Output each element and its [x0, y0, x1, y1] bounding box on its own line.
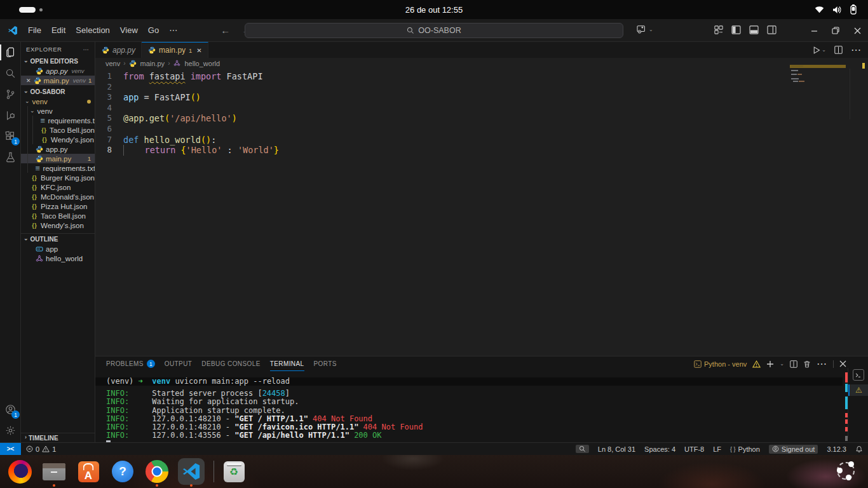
- outline-header[interactable]: ⌄ OUTLINE: [21, 234, 95, 244]
- explorer-more-icon[interactable]: ⋯: [83, 46, 90, 53]
- code-line-4[interactable]: 4: [95, 103, 868, 114]
- menu-selection[interactable]: Selection: [71, 24, 114, 37]
- tree-item-app.py[interactable]: app.py: [21, 144, 95, 154]
- toggle-secondary-sidebar-icon[interactable]: [767, 25, 776, 34]
- indentation-status[interactable]: Spaces: 4: [644, 445, 675, 453]
- settings-gear-icon[interactable]: [0, 420, 21, 441]
- python-version[interactable]: 3.12.3: [827, 445, 846, 453]
- code-line-3[interactable]: 3app = FastAPI(): [95, 92, 868, 103]
- breadcrumb-hello-world[interactable]: hello_world: [184, 60, 220, 67]
- workspace-root-header[interactable]: ⌄ OO-SABOR: [21, 86, 95, 97]
- panel-tab-output[interactable]: OUTPUT: [165, 356, 193, 371]
- show-apps-button[interactable]: [835, 460, 857, 482]
- menu-file[interactable]: File: [23, 24, 46, 37]
- minimize-button[interactable]: [803, 19, 825, 42]
- workspace-pill[interactable]: [19, 7, 36, 13]
- terminal-warning-icon[interactable]: [752, 360, 761, 368]
- toggle-primary-sidebar-icon[interactable]: [731, 25, 741, 34]
- breadcrumb-venv[interactable]: venv: [105, 60, 120, 67]
- eol-status[interactable]: LF: [713, 445, 721, 453]
- wifi-icon[interactable]: [815, 6, 824, 13]
- help-launcher[interactable]: ?: [108, 457, 137, 486]
- timeline-header[interactable]: › TIMELINE: [21, 433, 95, 442]
- problems-status[interactable]: 0 1: [26, 445, 56, 453]
- split-editor-icon[interactable]: [834, 46, 843, 54]
- tree-item-Wendy's.json[interactable]: { }Wendy's.json: [21, 220, 95, 230]
- restore-button[interactable]: [825, 19, 846, 42]
- open-editor-main.py[interactable]: ✕main.pyvenv1: [21, 76, 95, 85]
- nav-back-icon[interactable]: ←: [220, 25, 230, 36]
- language-mode[interactable]: { } Python: [730, 445, 760, 453]
- account-activity-icon[interactable]: 1: [0, 399, 21, 420]
- customize-layout-icon[interactable]: [714, 25, 723, 34]
- notifications-bell-icon[interactable]: [855, 445, 863, 453]
- outline-item-app[interactable]: app: [21, 244, 95, 254]
- remote-indicator[interactable]: ><: [0, 443, 21, 456]
- screencast-dropdown-icon[interactable]: ⌄: [637, 25, 653, 34]
- panel-more-icon[interactable]: ⋯: [817, 358, 827, 370]
- search-activity-icon[interactable]: [0, 63, 21, 84]
- panel-tab-ports[interactable]: PORTS: [314, 356, 337, 371]
- command-center-search[interactable]: OO-SABOR: [245, 23, 623, 38]
- panel-tab-terminal[interactable]: TERMINAL: [270, 356, 304, 371]
- outline-item-hello_world[interactable]: hello_world: [21, 254, 95, 263]
- source-control-activity-icon[interactable]: [0, 84, 21, 105]
- terminal-profile-label[interactable]: Python - venv: [694, 360, 747, 368]
- code-line-6[interactable]: 6: [95, 124, 868, 135]
- explorer-activity-icon[interactable]: [0, 42, 21, 63]
- testing-activity-icon[interactable]: [0, 147, 21, 168]
- battery-icon[interactable]: [850, 4, 857, 15]
- tab-close-icon[interactable]: ✕: [196, 47, 201, 54]
- search-status-icon[interactable]: [576, 445, 589, 453]
- files-launcher[interactable]: [39, 457, 69, 486]
- cursor-position[interactable]: Ln 8, Col 31: [598, 445, 635, 453]
- tree-item-venv[interactable]: ⌄venv: [21, 106, 95, 116]
- menu-more[interactable]: ⋯: [164, 24, 182, 37]
- firefox-launcher[interactable]: [5, 457, 34, 486]
- open-editor-app.py[interactable]: app.pyvenv: [21, 66, 95, 76]
- close-button[interactable]: [846, 19, 868, 42]
- toggle-panel-icon[interactable]: [749, 25, 759, 34]
- tree-item-requirements.txt[interactable]: ≣requirements.txt: [21, 163, 95, 173]
- new-terminal-icon[interactable]: [766, 360, 774, 368]
- run-python-file-icon[interactable]: ⌄: [813, 46, 826, 54]
- tab-app-py[interactable]: app.py: [95, 42, 142, 58]
- run-debug-activity-icon[interactable]: [0, 105, 21, 126]
- code-line-5[interactable]: 5@app.get('/api/hello'): [95, 113, 868, 124]
- terminal-tab-icon[interactable]: [853, 369, 864, 381]
- code-editor[interactable]: 1from fastapi import FastAPI23app = Fast…: [95, 69, 868, 356]
- tree-item-Taco Bell.json[interactable]: { }Taco Bell.json: [21, 211, 95, 220]
- menu-go[interactable]: Go: [143, 24, 164, 37]
- split-terminal-icon[interactable]: [790, 360, 797, 368]
- code-line-8[interactable]: 8 return {'Hello' : 'World'}: [95, 145, 868, 156]
- more-actions-icon[interactable]: ⋯: [851, 44, 862, 56]
- system-clock[interactable]: 26 de out 12:55: [405, 5, 463, 15]
- tree-item-Pizza Hut.json[interactable]: { }Pizza Hut.json: [21, 201, 95, 211]
- software-store-launcher[interactable]: A: [74, 457, 103, 486]
- code-line-1[interactable]: 1from fastapi import FastAPI: [95, 71, 868, 82]
- menu-view[interactable]: View: [115, 24, 143, 37]
- terminal-tabs-list[interactable]: ⚠: [848, 368, 868, 438]
- open-editors-header[interactable]: ⌄ OPEN EDITORS: [21, 56, 95, 66]
- panel-tab-problems[interactable]: PROBLEMS 1: [106, 356, 155, 371]
- minimap[interactable]: [790, 64, 847, 90]
- encoding-status[interactable]: UTF-8: [684, 445, 704, 453]
- vscode-launcher[interactable]: [177, 457, 206, 486]
- tab-main-py[interactable]: main.py 1 ✕: [142, 42, 208, 58]
- extensions-activity-icon[interactable]: 1: [0, 126, 21, 147]
- trash-launcher[interactable]: ♻: [219, 457, 248, 486]
- tree-item-Burger King.json[interactable]: { }Burger King.json: [21, 173, 95, 182]
- account-status[interactable]: Signed out: [769, 445, 818, 454]
- terminal-output[interactable]: (venv) ➜ venv uvicorn main:app --reload …: [95, 372, 843, 442]
- tree-item-venv[interactable]: ⌄venv: [21, 97, 95, 106]
- volume-icon[interactable]: [832, 6, 842, 14]
- menu-edit[interactable]: Edit: [46, 24, 71, 37]
- code-line-2[interactable]: 2: [95, 82, 868, 93]
- close-panel-icon[interactable]: [839, 360, 846, 367]
- terminal-dropdown-icon[interactable]: ⌄: [780, 361, 784, 367]
- terminal-tab-warning-icon[interactable]: ⚠: [848, 384, 868, 396]
- panel-tab-debug-console[interactable]: DEBUG CONSOLE: [201, 356, 260, 371]
- tree-item-main.py[interactable]: main.py1: [21, 154, 95, 163]
- chrome-launcher[interactable]: [142, 457, 172, 486]
- code-line-7[interactable]: 7def hello_world():: [95, 135, 868, 146]
